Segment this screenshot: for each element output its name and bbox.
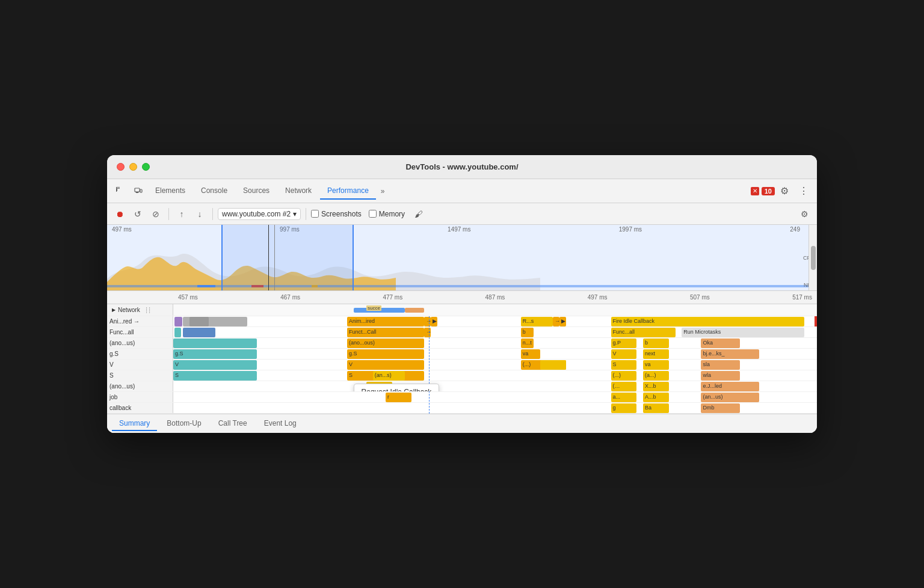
network-mini-bars: ┊┊: [145, 307, 151, 313]
fc-block-3-2[interactable]: va: [521, 349, 540, 359]
fc-block-2-1[interactable]: (ano...ous): [347, 338, 424, 348]
fc-block-3-1[interactable]: g.S: [347, 349, 424, 359]
maximize-button[interactable]: [142, 163, 150, 171]
upload-button[interactable]: ↑: [174, 206, 189, 222]
fc-block-3-3[interactable]: V: [611, 349, 637, 359]
clear-button[interactable]: ⊘: [148, 206, 164, 222]
traffic-lights: [117, 163, 150, 171]
screenshots-checkbox[interactable]: [311, 210, 319, 218]
fc-block-4-5[interactable]: va: [643, 360, 669, 370]
fc-block-5-3[interactable]: (...): [611, 371, 637, 381]
tab-console[interactable]: Console: [194, 183, 235, 200]
fc-block-8-0[interactable]: g: [611, 403, 637, 413]
tab-event-log[interactable]: Event Log: [257, 417, 304, 431]
fc-block-2-5[interactable]: Oka: [701, 338, 739, 348]
cursor-icon[interactable]: [112, 183, 129, 200]
fc-block-7-2[interactable]: A...b: [643, 393, 669, 402]
fc-block-8-2[interactable]: Dmb: [701, 403, 739, 413]
fc-block-6-3[interactable]: e.J...led: [701, 382, 759, 391]
fc-block-0-5[interactable]: Fire Idle Callback: [611, 317, 804, 326]
brush-icon[interactable]: 🖌: [411, 206, 427, 222]
url-select[interactable]: www.youtube.com #2 ▾: [218, 208, 301, 220]
tooltip-text: Request Idle Callback: [362, 388, 432, 391]
tab-sources[interactable]: Sources: [236, 183, 277, 200]
net-bar-1: [405, 308, 424, 313]
fc-block-7-0[interactable]: r: [386, 393, 411, 402]
network-expand-icon[interactable]: ▶: [112, 307, 116, 313]
fc-block-6-1[interactable]: (…: [611, 382, 637, 391]
timeline-selection[interactable]: [221, 225, 354, 290]
fc-block-4-box[interactable]: [547, 360, 566, 370]
fc-block-3-5[interactable]: bj.e...ks_: [701, 349, 759, 359]
fc-block-5-0[interactable]: S: [173, 371, 257, 381]
fc-block-1-0[interactable]: [174, 328, 181, 337]
tab-call-tree[interactable]: Call Tree: [211, 417, 254, 431]
fc-block-5-5[interactable]: wla: [701, 371, 739, 381]
settings-icon[interactable]: ⚙: [776, 183, 793, 200]
fc-block-1-5[interactable]: Run Microtasks: [682, 328, 804, 337]
fc-block-0-0[interactable]: [174, 317, 182, 326]
scrollbar-thumb[interactable]: [811, 246, 816, 270]
flame-label-6: (ano...us): [107, 381, 173, 391]
fc-block-2-3[interactable]: g.P: [611, 338, 637, 348]
fc-block-1-4[interactable]: Func...all: [611, 328, 676, 337]
dashed-line: [429, 316, 430, 414]
tab-summary[interactable]: Summary: [112, 417, 157, 431]
fc-block-4-0[interactable]: V: [173, 360, 257, 370]
svg-rect-5: [135, 188, 140, 192]
error-indicator[interactable]: ✕ 10: [751, 187, 775, 195]
fc-block-0-4[interactable]: R...s: [521, 317, 553, 326]
cpu-chart-svg: [107, 225, 817, 290]
ruler-mark-4: 497 ms: [588, 294, 608, 301]
fc-block-4-1[interactable]: V: [347, 360, 424, 370]
ruler-mark-1: 467 ms: [280, 294, 300, 301]
flame-row-2: (ano...us) (ano...ous) n...t g.P b Oka: [107, 338, 817, 349]
download-button[interactable]: ↓: [192, 206, 208, 222]
fc-block-7-3[interactable]: (an...us): [701, 393, 759, 402]
fc-block-1-3[interactable]: b: [521, 328, 534, 337]
fc-block-2-0[interactable]: [173, 338, 257, 348]
fc-block-1-2[interactable]: Funct...Call: [347, 328, 424, 337]
flame-label-4: V: [107, 360, 173, 370]
time-label-2: 1497 ms: [448, 226, 470, 233]
flame-row-7: job r a... A...b (an...us): [107, 392, 817, 403]
fc-block-6-2[interactable]: X...b: [643, 382, 669, 391]
tab-performance[interactable]: Performance: [320, 183, 376, 200]
fc-block-5-4[interactable]: (a...): [643, 371, 669, 381]
tab-bottom-up[interactable]: Bottom-Up: [159, 417, 208, 431]
fc-block-7-1[interactable]: a...: [611, 393, 637, 402]
network-row: ▶ Network ┊┊ succe: [107, 304, 817, 316]
fc-block-1-1[interactable]: [183, 328, 215, 337]
tab-network[interactable]: Network: [278, 183, 319, 200]
memory-checkbox-group: Memory: [369, 210, 405, 218]
close-button[interactable]: [117, 163, 125, 171]
flame-label-7: job: [107, 392, 173, 402]
fc-block-5-2[interactable]: (an...s): [373, 371, 405, 381]
fc-block-2-4[interactable]: b: [643, 338, 669, 348]
fc-block-4-4[interactable]: S: [611, 360, 637, 370]
memory-checkbox[interactable]: [369, 210, 377, 218]
toolbar-separator-2: [212, 208, 213, 220]
fc-block-3-4[interactable]: next: [643, 349, 669, 359]
record-button[interactable]: ⏺: [112, 206, 128, 222]
fc-block-0-arr2: ▶: [431, 317, 437, 326]
flame-content-4: V V (...) S va sla: [173, 360, 817, 370]
minimize-button[interactable]: [129, 163, 137, 171]
timeline-overview[interactable]: 497 ms 997 ms 1497 ms 1997 ms 249 CPU NE…: [107, 225, 817, 291]
fc-block-2-2[interactable]: n...t: [521, 338, 534, 348]
fc-block-0-3[interactable]: Anim...ired: [347, 317, 424, 326]
flame-row-4: V V V (...) S va sla: [107, 360, 817, 370]
fc-block-0-2[interactable]: [189, 317, 209, 326]
tab-more[interactable]: »: [377, 185, 389, 198]
more-options-icon[interactable]: ⋮: [795, 183, 812, 200]
device-icon[interactable]: [130, 183, 147, 200]
fc-block-4-6[interactable]: sla: [701, 360, 739, 370]
fc-block-8-1[interactable]: Ba: [643, 403, 669, 413]
label-text-0: Ani...red →: [109, 318, 140, 325]
chevron-down-icon: ▾: [293, 210, 297, 218]
tab-elements[interactable]: Elements: [148, 183, 192, 200]
overview-scrollbar[interactable]: [808, 225, 817, 290]
fc-block-3-0[interactable]: g.S: [173, 349, 257, 359]
perf-settings-icon[interactable]: ⚙: [796, 206, 812, 222]
reload-button[interactable]: ↺: [130, 206, 146, 222]
